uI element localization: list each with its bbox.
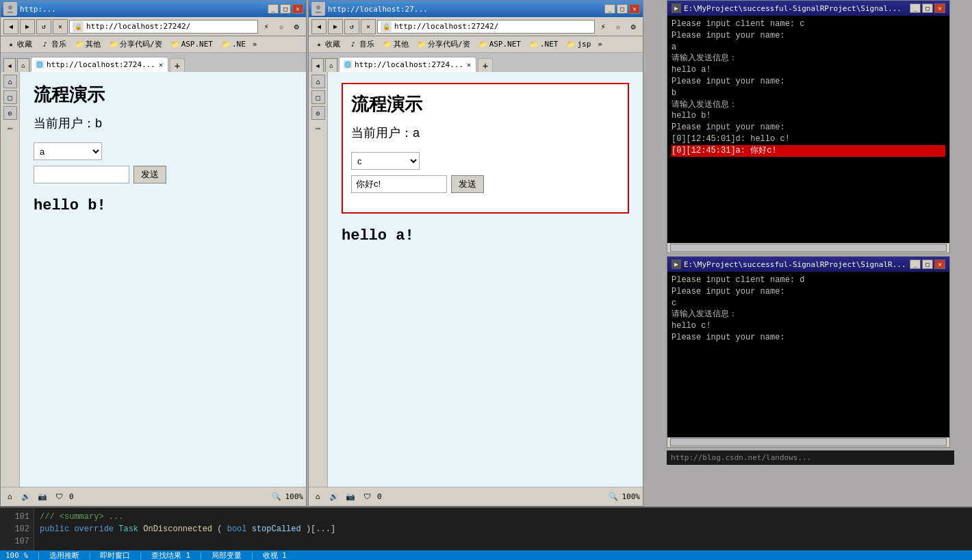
- browser2-address-bar[interactable]: 🔒 http://localhost:27242/: [377, 20, 595, 34]
- terminal2-controls: _ □ ✕: [910, 259, 945, 269]
- browser1-side-clock[interactable]: ⊙: [3, 106, 17, 120]
- browser2-status-camera-icon[interactable]: 📷: [344, 491, 357, 503]
- browser1-tab-active[interactable]: 🌐 http://localhost:2724... ✕: [31, 57, 168, 72]
- browser1-bookmark-net[interactable]: 📁 .NE: [218, 39, 248, 50]
- browser2-tab-active[interactable]: 🌐 http://localhost:2724... ✕: [339, 57, 476, 72]
- terminal2-minimize-button[interactable]: _: [910, 259, 921, 269]
- browser2-refresh-button[interactable]: ↺: [344, 19, 359, 34]
- browser1-back-button[interactable]: ◀: [3, 19, 18, 34]
- browser1-status-speaker-icon[interactable]: 🔊: [20, 491, 32, 503]
- browser1-send-button[interactable]: 发送: [133, 166, 166, 183]
- browser2-side-clock[interactable]: ⊙: [311, 106, 325, 120]
- browser1-tab-scroll-left[interactable]: ◀: [3, 58, 16, 72]
- browser1-bookmark-other[interactable]: 📁 其他: [72, 38, 103, 50]
- browser2-side-home[interactable]: ⌂: [311, 75, 325, 88]
- browser2-titlebar-left: http://localhost:27...: [311, 2, 428, 16]
- bottom-bar-item-4[interactable]: 局部变量: [212, 550, 242, 560]
- terminal1-scrollbar[interactable]: [670, 244, 947, 252]
- terminal1-line-2: a: [672, 42, 945, 53]
- terminal2-titlebar: ▶ E:\MyProject\successful-SignalRProject…: [667, 257, 949, 272]
- browser1-tab-home[interactable]: ⌂: [17, 58, 29, 72]
- browser1-status-camera-icon[interactable]: 📷: [36, 491, 49, 503]
- browser2-minimize-button[interactable]: _: [604, 4, 615, 14]
- browser2-bookmark-more[interactable]: »: [596, 40, 604, 49]
- browser2-inner: ⌂ □ ⊙ … 流程演示 当前用户：a a: [309, 72, 643, 487]
- browser2-maximize-button[interactable]: □: [617, 4, 628, 14]
- browser2-status-zoom: 100%: [622, 492, 641, 501]
- browser2-bookmark-music-label: 音乐: [359, 39, 374, 49]
- browser1-bookmark-collect[interactable]: ★ 收藏: [3, 38, 35, 50]
- browser2-back-button[interactable]: ◀: [311, 19, 327, 34]
- browser2-bookmark-share[interactable]: 📁 分享代码/资: [414, 38, 473, 50]
- terminal2-scrollbar[interactable]: [670, 438, 947, 446]
- browser1-tab-add[interactable]: +: [170, 58, 185, 72]
- browser2-side-fav[interactable]: □: [311, 90, 325, 104]
- browser1-side-fav[interactable]: □: [3, 90, 17, 104]
- browser1-recipient-select[interactable]: a b c: [34, 142, 102, 160]
- browser1-status-shield-icon[interactable]: 🛡: [53, 491, 65, 503]
- browser2-status-zoom-icon[interactable]: 🔍: [607, 491, 619, 503]
- browser2-bookmark-net[interactable]: 📁 .NET: [526, 39, 561, 50]
- browser2-status-right: 🔍 100%: [607, 491, 641, 503]
- bottom-zoom-label: 100 %: [5, 551, 28, 560]
- browser2-forward-button[interactable]: ▶: [328, 19, 343, 34]
- code-keyword-bool: bool: [227, 524, 252, 534]
- terminal1-close-button[interactable]: ✕: [934, 3, 945, 13]
- browser1-refresh-button[interactable]: ↺: [36, 19, 51, 34]
- browser1-minimize-button[interactable]: _: [268, 4, 279, 14]
- bottom-bar-item-5[interactable]: 收视 1: [263, 550, 287, 560]
- browser1-close-button[interactable]: ✕: [292, 4, 303, 14]
- bottom-bar-item-1[interactable]: 选用推断: [49, 550, 79, 560]
- browser2-tab-scroll-left[interactable]: ◀: [311, 58, 324, 72]
- terminal1-maximize-button[interactable]: □: [922, 3, 933, 13]
- browser1-side-home[interactable]: ⌂: [3, 75, 17, 88]
- browser1-forward-button[interactable]: ▶: [20, 19, 35, 34]
- browser2-bookmark-music[interactable]: ♪ 音乐: [346, 38, 377, 50]
- browser1-address-bar[interactable]: 🔒 http://localhost:27242/: [69, 20, 258, 34]
- browser2-message-input[interactable]: [351, 175, 447, 193]
- browser2-status-home-icon[interactable]: ⌂: [311, 491, 324, 503]
- terminal1-line-6: b: [672, 88, 945, 99]
- code-line-2: public override Task OnDisconnected ( bo…: [40, 523, 967, 535]
- browser1-tab-close[interactable]: ✕: [158, 61, 164, 68]
- browser2-bookmark-aspnet[interactable]: 📁 ASP.NET: [476, 39, 524, 50]
- browser2-bookmark-collect[interactable]: ★ 收藏: [311, 38, 343, 50]
- browser2-status-shield-icon[interactable]: 🛡: [361, 491, 373, 503]
- browser1-bookmark-more[interactable]: »: [251, 40, 259, 49]
- browser1-status-home-icon[interactable]: ⌂: [3, 491, 16, 503]
- code-method-name: OnDisconnected: [143, 524, 212, 534]
- browser2-lightning-icon[interactable]: ⚡: [596, 20, 610, 34]
- terminal1-minimize-button[interactable]: _: [910, 3, 921, 13]
- browser2-star-icon[interactable]: ☆: [611, 20, 625, 34]
- browser2-stop-button[interactable]: ✕: [361, 19, 376, 34]
- browser2-tab-add[interactable]: +: [478, 58, 493, 72]
- browser2-tab-home[interactable]: ⌂: [325, 58, 337, 72]
- browser1-star-icon[interactable]: ☆: [274, 20, 288, 34]
- browser1-lightning-icon[interactable]: ⚡: [259, 20, 273, 34]
- browser2-tab-close[interactable]: ✕: [466, 61, 472, 68]
- browser2-close-button[interactable]: ✕: [629, 4, 640, 14]
- browser1-message-input[interactable]: [34, 166, 129, 183]
- code-area[interactable]: /// <summary> ... public override Task O…: [34, 508, 972, 550]
- terminal2-maximize-button[interactable]: □: [922, 259, 933, 269]
- terminal1-line-0: Please input client name: c: [672, 18, 945, 30]
- browser1-bookmark-share[interactable]: 📁 分享代码/资: [106, 38, 165, 50]
- terminal2-line-2: c: [672, 298, 945, 309]
- browser1-bookmark-aspnet[interactable]: 📁 ASP.NET: [168, 39, 216, 50]
- browser1-maximize-button[interactable]: □: [280, 4, 291, 14]
- browser1-settings-icon[interactable]: ⚙: [290, 20, 303, 34]
- terminal2-close-button[interactable]: ✕: [934, 259, 945, 269]
- browser2-url: http://localhost:27242/: [394, 22, 498, 31]
- browser2-settings-icon[interactable]: ⚙: [626, 20, 640, 34]
- browser1-status-shield-count: 0: [69, 492, 74, 501]
- browser2-send-button[interactable]: 发送: [451, 175, 484, 193]
- browser2-bookmark-jsp[interactable]: 📁 jsp: [563, 39, 593, 50]
- browser1-status-zoom-icon[interactable]: 🔍: [270, 491, 283, 503]
- browser1-stop-button[interactable]: ✕: [53, 19, 68, 34]
- browser2-bookmark-other[interactable]: 📁 其他: [380, 38, 411, 50]
- browser2-status-speaker-icon[interactable]: 🔊: [328, 491, 340, 503]
- bottom-bar-item-2[interactable]: 即时窗口: [100, 550, 130, 560]
- browser2-recipient-select[interactable]: a b c: [351, 152, 420, 170]
- bottom-bar-item-3[interactable]: 查找结果 1: [151, 550, 190, 560]
- browser1-bookmark-music[interactable]: ♪ 音乐: [38, 38, 69, 50]
